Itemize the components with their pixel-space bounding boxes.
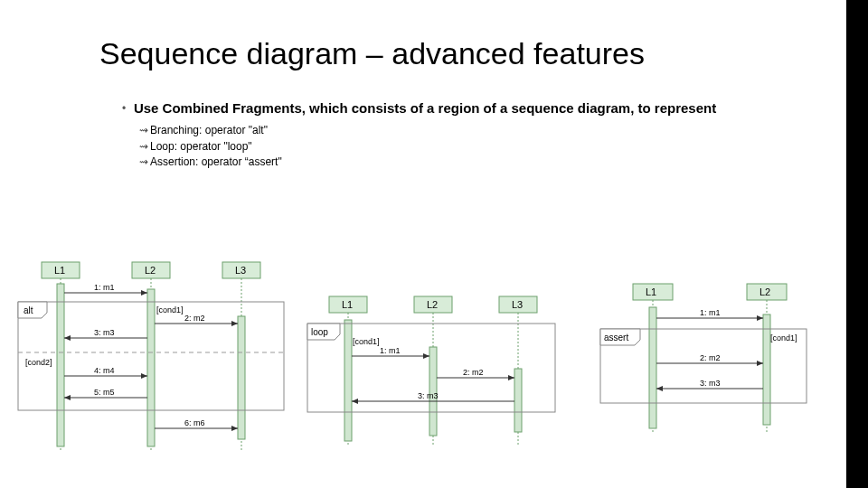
operator-label: loop <box>311 327 328 337</box>
lifeline-label: L2 <box>427 299 438 310</box>
lifeline-label: L2 <box>145 265 156 276</box>
bullet-icon: • <box>118 102 130 115</box>
sub-item: Loop: operator "loop" <box>139 139 810 155</box>
sub-item: Branching: operator "alt" <box>139 123 810 138</box>
message-label: 1: m1 <box>700 308 721 317</box>
svg-rect-35 <box>763 314 770 425</box>
bullet-text: Use Combined Fragments, which consists o… <box>134 99 767 117</box>
lifeline-label: L3 <box>512 299 523 310</box>
lifeline-label: L2 <box>760 286 770 297</box>
lifeline-label: L1 <box>646 286 656 297</box>
svg-rect-8 <box>238 316 245 439</box>
message-label: 3: m3 <box>418 391 439 400</box>
slide-body: • Use Combined Fragments, which consists… <box>118 99 810 170</box>
svg-rect-25 <box>514 369 522 432</box>
svg-rect-34 <box>649 307 656 428</box>
diagram-alt: L1 L2 L3 1: m1 alt [cond1] 2: m2 3: m3 <box>16 262 288 452</box>
slide: Sequence diagram – advanced features • U… <box>0 0 846 488</box>
sub-text: Assertion: operator “assert" <box>150 155 282 168</box>
message-label: 3: m3 <box>94 328 115 337</box>
lifeline-label: L3 <box>235 265 246 276</box>
message-label: 2: m2 <box>184 314 205 323</box>
lifeline-label: L1 <box>54 265 65 276</box>
message-label: 1: m1 <box>380 346 401 355</box>
diagram-loop: L1 L2 L3 loop [cond1] 1: m1 2: m2 3: m3 <box>306 296 559 450</box>
bullet-row: • Use Combined Fragments, which consists… <box>118 99 810 117</box>
message-label: 6: m6 <box>184 418 205 427</box>
side-accent <box>846 0 868 488</box>
diagram-assert: L1 L2 1: m1 assert [cond1] 2: m2 3: m3 <box>595 284 812 437</box>
slide-title: Sequence diagram – advanced features <box>99 36 645 71</box>
sub-text: Loop: operator "loop" <box>150 140 252 153</box>
message-label: 4: m4 <box>94 366 115 375</box>
sub-item: Assertion: operator “assert" <box>139 155 810 170</box>
guard-label: [cond1] <box>353 337 380 346</box>
sub-list: Branching: operator "alt" Loop: operator… <box>139 123 810 170</box>
guard-label: [cond1] <box>156 305 184 314</box>
guard-label: [cond2] <box>25 358 52 367</box>
guard-label: [cond1] <box>770 333 797 343</box>
svg-rect-7 <box>147 289 155 446</box>
operator-label: assert <box>604 333 628 343</box>
message-label: 5: m5 <box>94 388 115 397</box>
figures-row: L1 L2 L3 1: m1 alt [cond1] 2: m2 3: m3 <box>16 262 810 452</box>
message-label: 2: m2 <box>463 368 484 377</box>
lifeline-label: L1 <box>342 299 353 310</box>
svg-rect-6 <box>57 284 64 446</box>
message-label: 1: m1 <box>94 283 115 292</box>
sub-text: Branching: operator "alt" <box>150 124 268 136</box>
operator-label: alt <box>24 305 33 315</box>
message-label: 2: m2 <box>700 353 721 362</box>
svg-rect-23 <box>344 320 352 441</box>
message-label: 3: m3 <box>700 379 721 388</box>
